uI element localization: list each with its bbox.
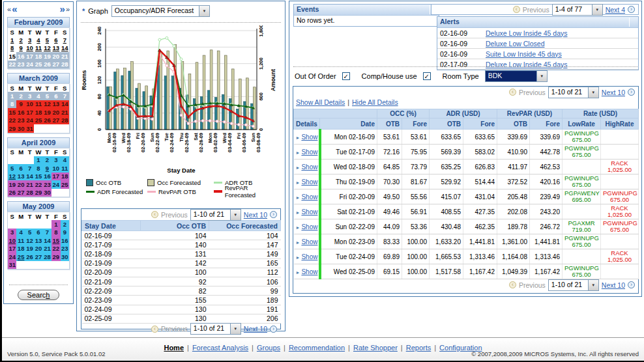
next-page-link[interactable]: Next 10	[602, 281, 625, 289]
calendar-day[interactable]: 29	[34, 189, 42, 197]
hide-all-details-link[interactable]: Hide All Details	[352, 98, 398, 106]
calendar-day[interactable]: 10	[51, 164, 60, 173]
calendar-day[interactable]: 22	[8, 117, 17, 125]
previous-label[interactable]: Previous	[161, 211, 188, 219]
calendar-day[interactable]: 14	[25, 173, 34, 181]
calendar-day[interactable]: 23	[43, 180, 51, 189]
column-header[interactable]: LowRate	[563, 118, 601, 130]
calendar-day[interactable]: 31	[25, 124, 34, 133]
calendar-day[interactable]: 6	[34, 229, 42, 237]
calendar-day[interactable]: 1	[8, 92, 17, 100]
calendar-day[interactable]: 15	[34, 173, 42, 181]
calendar-day[interactable]: 25	[34, 117, 42, 125]
calendar-day[interactable]: 16	[43, 173, 51, 181]
calendar-day[interactable]: 16	[16, 52, 25, 61]
calendar-day[interactable]: 1	[51, 220, 60, 229]
calendar-day[interactable]: 7	[43, 229, 51, 237]
calendar-day[interactable]: 1	[34, 156, 42, 165]
calendar-day[interactable]: 22	[34, 180, 42, 189]
calendar-day[interactable]: 7	[61, 36, 70, 44]
dropdown-arrow-icon[interactable]: ▼	[230, 210, 241, 220]
calendar-day[interactable]: 8	[34, 164, 42, 173]
previous-page-icon[interactable]: ‹	[509, 281, 516, 288]
calendar-day[interactable]: 24	[51, 180, 60, 189]
footer-link-groups[interactable]: Groups	[257, 344, 280, 352]
calendar-day[interactable]: 19	[25, 245, 34, 253]
calendar-day[interactable]: 30	[16, 124, 25, 133]
calendar-day[interactable]: 20	[34, 245, 42, 253]
calendar-day[interactable]: 10	[25, 44, 34, 53]
alert-link[interactable]: Suite Low Inside 45 days	[486, 50, 562, 58]
show-details-link[interactable]: Show	[301, 133, 317, 141]
page-range-select[interactable]: 1-4 of 77▼	[552, 4, 603, 16]
calendar-day[interactable]: 15	[8, 108, 17, 117]
calendar-day[interactable]: 9	[61, 229, 70, 237]
next-page-icon[interactable]: ›	[628, 6, 635, 13]
calendar-day[interactable]: 17	[25, 52, 34, 61]
calendar-day[interactable]: 14	[61, 44, 70, 53]
calendar-day[interactable]: 12	[43, 44, 51, 53]
prev-months-icon[interactable]: «	[12, 5, 17, 14]
show-details-link[interactable]: Show	[301, 238, 317, 245]
calendar-day[interactable]: 24	[25, 117, 34, 125]
alert-link[interactable]: Deluxe Low Closed	[486, 40, 544, 48]
next-page-link[interactable]: Next 4	[606, 6, 625, 14]
calendar-day[interactable]: 28	[25, 189, 34, 197]
calendar-day[interactable]: 3	[25, 92, 34, 100]
comp-house-checkbox[interactable]: ✓	[423, 72, 431, 80]
calendar-day[interactable]: 13	[51, 100, 60, 109]
footer-link-recommendation[interactable]: Recommendation	[289, 344, 345, 352]
calendar-day[interactable]: 12	[43, 100, 51, 109]
calendar-day[interactable]: 23	[61, 245, 70, 253]
calendar-day[interactable]: 21	[25, 180, 34, 189]
calendar-day[interactable]: 3	[8, 229, 17, 237]
column-header[interactable]: Stay Date	[82, 221, 141, 231]
calendar-day[interactable]: 15	[51, 236, 60, 245]
calendar-day[interactable]: 18	[34, 52, 42, 61]
show-details-link[interactable]: Show	[301, 148, 317, 156]
calendar-day[interactable]: 14	[61, 100, 70, 109]
calendar-day[interactable]: 4	[16, 229, 25, 237]
calendar-day[interactable]: 2	[16, 36, 25, 44]
calendar-day[interactable]: 18	[34, 108, 42, 117]
column-header[interactable]: Fore	[530, 118, 563, 130]
calendar-day[interactable]: 27	[51, 61, 60, 69]
calendar-day[interactable]: 28	[61, 61, 70, 69]
calendar-day[interactable]: 12	[8, 173, 17, 181]
column-header[interactable]: Date	[320, 118, 377, 130]
calendar-day[interactable]: 30	[61, 253, 70, 261]
calendar-day[interactable]: 12	[25, 236, 34, 245]
dropdown-arrow-icon[interactable]: ▼	[199, 6, 209, 16]
calendar-day[interactable]: 10	[25, 100, 34, 109]
calendar-day[interactable]: 11	[61, 164, 70, 173]
show-details-link[interactable]: Show	[301, 178, 317, 186]
column-header[interactable]: Fore	[402, 118, 430, 130]
previous-label[interactable]: Previous	[523, 6, 549, 14]
calendar-day[interactable]: 29	[51, 253, 60, 261]
calendar-day[interactable]: 27	[51, 117, 60, 125]
calendar-day[interactable]: 16	[61, 236, 70, 245]
calendar-day[interactable]: 19	[8, 180, 17, 189]
calendar-day[interactable]: 31	[8, 261, 17, 270]
next-page-icon[interactable]: ›	[270, 211, 277, 218]
calendar-day[interactable]: 13	[16, 173, 25, 181]
previous-label[interactable]: Previous	[161, 325, 188, 333]
calendar-day[interactable]: 8	[51, 229, 60, 237]
calendar-day[interactable]: 19	[43, 52, 51, 61]
previous-page-icon[interactable]: ‹	[151, 211, 158, 218]
calendar-day[interactable]: 4	[34, 36, 42, 44]
calendar-day[interactable]: 18	[61, 173, 70, 181]
show-details-link[interactable]: Show	[301, 163, 317, 171]
next-page-link[interactable]: Next 10	[244, 325, 267, 333]
footer-link-rate-shopper[interactable]: Rate Shopper	[353, 344, 398, 352]
dropdown-arrow-icon[interactable]: ▼	[536, 71, 547, 81]
show-details-link[interactable]: Show	[301, 208, 317, 216]
calendar-day[interactable]: 27	[16, 189, 25, 197]
calendar-day[interactable]: 27	[34, 253, 42, 261]
next-page-icon[interactable]: ›	[628, 89, 635, 96]
column-header[interactable]: OTB	[430, 118, 463, 130]
calendar-day[interactable]: 26	[43, 61, 51, 69]
calendar-day[interactable]: 1	[8, 36, 17, 44]
show-details-link[interactable]: Show	[301, 253, 317, 260]
show-details-link[interactable]: Show	[301, 268, 317, 275]
